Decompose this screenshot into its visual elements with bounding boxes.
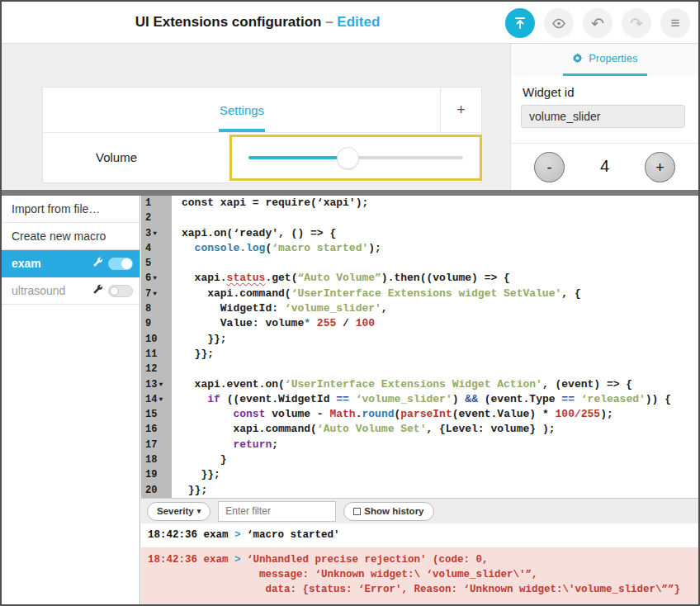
widget-id-input[interactable] (521, 105, 685, 128)
line-number: 4 (141, 241, 172, 256)
menu-button[interactable]: ≡ (660, 8, 690, 38)
line-number: 16 (141, 422, 172, 437)
code-line: 20 }}; (141, 483, 698, 498)
editor-column: 1const xapi = require(‘xapi');23▼xapi.on… (141, 196, 698, 604)
code-line: 9 Value: volume* 255 / 100 (141, 316, 698, 331)
code-line: 6▼ xapi.status.get(“Auto Volume”).then((… (141, 271, 698, 286)
code-line: 17 return; (141, 438, 698, 452)
properties-tab-label: Properties (589, 52, 637, 64)
code-line: 3▼xapi.on(‘ready', () => { (141, 226, 698, 241)
sidebar-item-macro-ultrasound[interactable]: ultrasound (2, 277, 140, 305)
wrench-icon[interactable] (92, 250, 103, 277)
volume-slider-fill (248, 156, 348, 159)
severity-dropdown[interactable]: Severity ▾ (147, 502, 210, 521)
preview-button[interactable] (544, 8, 574, 38)
filter-input[interactable] (218, 501, 336, 522)
redo-button[interactable]: ↷ (622, 8, 651, 38)
line-number: 14▼ (141, 392, 172, 407)
code-line: 16 xapi.command(‘Auto Volume Set', {Leve… (141, 422, 698, 437)
add-page-tab[interactable]: + (440, 88, 481, 132)
line-number: 11 (141, 347, 172, 362)
console-entry-error: 18:42:36 exam > ‘Unhandled precise rejec… (141, 547, 698, 604)
line-number: 10 (141, 332, 172, 347)
line-number: 1 (141, 196, 172, 211)
code-area[interactable]: 1const xapi = require(‘xapi');23▼xapi.on… (141, 196, 698, 498)
redo-icon: ↷ (630, 14, 643, 33)
macro-ultrasound-toggle-off[interactable] (108, 285, 133, 297)
code-line: 19 }}; (141, 467, 698, 482)
fold-arrow-icon[interactable]: ▼ (153, 290, 157, 297)
properties-tab-underline (563, 73, 647, 76)
title-main: UI Extensions configuration (135, 14, 322, 30)
line-number: 6▼ (141, 271, 172, 286)
tab-settings-underline (219, 129, 265, 132)
macro-exam-toggle-on[interactable] (108, 258, 133, 270)
upload-icon (513, 17, 527, 30)
code-line: 10 }}; (141, 332, 698, 347)
chevron-down-icon: ▾ (197, 507, 201, 515)
code-line: 8 WidgetId: ‘volume_slider', (141, 301, 698, 316)
selected-widget-highlight (229, 135, 482, 181)
panel-preview-card: Settings + Volume (42, 87, 482, 183)
severity-label: Severity (157, 506, 194, 516)
sidebar-item-import[interactable]: Import from file… (2, 196, 140, 223)
title-bar: UI Extensions configuration – Edited ↶ ↷… (2, 2, 698, 44)
workspace: Settings + Volume (2, 44, 698, 190)
widget-id-label: Widget id (523, 85, 575, 99)
volume-widget-row: Volume (43, 133, 481, 182)
line-number: 12 (141, 362, 172, 376)
horizontal-split-divider[interactable] (2, 190, 698, 196)
volume-slider-thumb[interactable] (337, 147, 359, 169)
code-line: 5 (141, 256, 698, 271)
line-number: 2 (141, 211, 172, 225)
toolbar: ↶ ↷ ≡ (505, 8, 690, 38)
editor-section: Import from file… Create new macro exam … (2, 196, 698, 604)
show-history-label: Show history (364, 506, 423, 516)
show-history-toggle[interactable]: Show history (343, 502, 433, 521)
sidebar-item-label: ultrasound (12, 284, 65, 297)
fold-arrow-icon[interactable]: ▼ (158, 395, 163, 403)
panel-tab-row: Settings + (43, 88, 481, 133)
line-number: 5 (141, 256, 172, 271)
stepper-plus-button[interactable]: + (645, 152, 675, 182)
undo-icon: ↶ (591, 14, 604, 33)
code-line: 2 (141, 211, 698, 225)
line-number: 3▼ (141, 226, 172, 241)
line-number: 9 (141, 316, 172, 331)
tab-properties[interactable]: Properties (511, 52, 698, 64)
code-line: 7▼ xapi.command(‘UserInterface Extension… (141, 286, 698, 301)
line-number: 13▼ (141, 377, 172, 392)
log-filter-bar: Severity ▾ Show history (141, 498, 698, 523)
line-number: 18 (141, 452, 172, 467)
code-line: 15 const volume - Math.round(parseInt(ev… (141, 407, 698, 422)
macro-editor-window: UI Extensions configuration – Edited ↶ ↷… (0, 0, 700, 606)
title-status-edited: Edited (337, 14, 380, 30)
gear-icon (572, 52, 589, 64)
wrench-icon[interactable] (92, 277, 103, 304)
sidebar-item-label: Import from file… (12, 202, 100, 215)
upload-button[interactable] (505, 8, 535, 38)
eye-icon (551, 18, 566, 29)
line-number: 20 (141, 483, 172, 498)
fold-arrow-icon[interactable]: ▼ (153, 230, 157, 237)
code-line: 13▼ xapi.event.on(‘UserInterface Extensi… (141, 377, 698, 392)
fold-arrow-icon[interactable]: ▼ (158, 381, 163, 388)
sidebar-item-create-macro[interactable]: Create new macro (2, 223, 140, 250)
console-output: 18:42:36 exam > ‘macro started'18:42:36 … (141, 523, 698, 604)
volume-slider[interactable] (248, 156, 463, 159)
sidebar-item-label: Create new macro (12, 230, 106, 243)
macro-sidebar: Import from file… Create new macro exam … (2, 196, 140, 604)
code-line: 12 (141, 362, 698, 376)
line-number: 17 (141, 438, 172, 452)
fold-arrow-icon[interactable]: ▼ (153, 274, 157, 282)
title-separator: – (325, 14, 333, 30)
code-line: 1const xapi = require(‘xapi'); (141, 196, 698, 211)
code-line: 4 console.log(‘macro started'); (141, 241, 698, 256)
code-line: 11 }}; (141, 347, 698, 362)
undo-button[interactable]: ↶ (583, 8, 612, 38)
tab-settings[interactable]: Settings (43, 88, 441, 132)
line-number: 7▼ (141, 286, 172, 301)
show-history-checkbox[interactable] (353, 508, 361, 515)
sidebar-item-macro-exam[interactable]: exam (2, 250, 140, 277)
properties-tab-row: Properties (511, 44, 698, 76)
